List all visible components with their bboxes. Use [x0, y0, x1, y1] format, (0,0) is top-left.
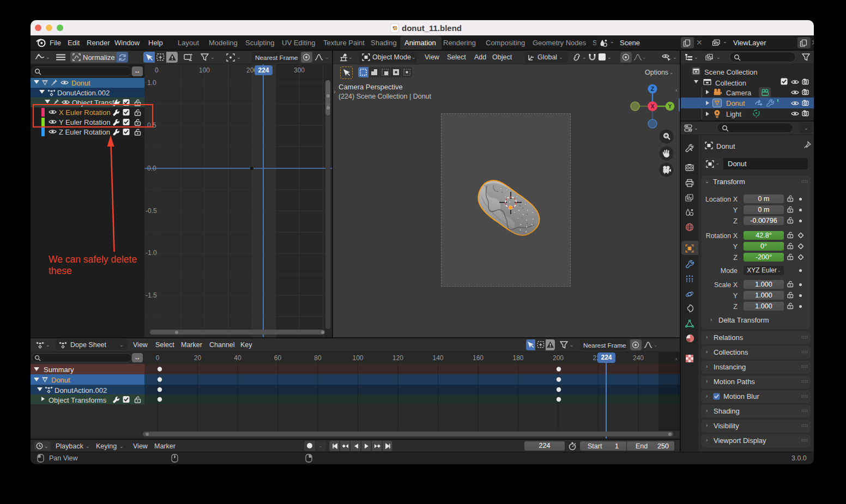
svg-text:Y: Y: [668, 103, 672, 110]
svg-text:X: X: [650, 103, 654, 110]
svg-text:Z: Z: [651, 86, 655, 92]
svg-text:We can safely delete: We can safely delete: [49, 254, 137, 265]
svg-text:these: these: [49, 265, 72, 276]
